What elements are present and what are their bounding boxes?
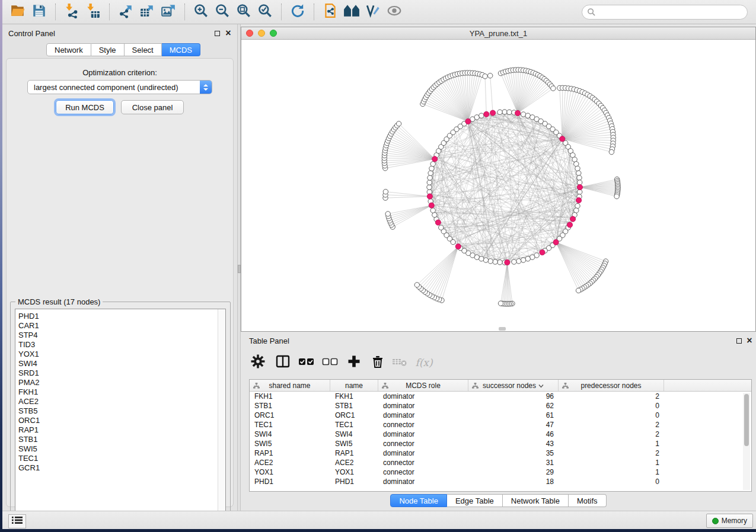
control-panel-tabs: Network Style Select MCDS bbox=[46, 43, 200, 56]
zoom-fit-button[interactable] bbox=[235, 3, 253, 21]
criterion-dropdown[interactable]: largest connected component (undirected) bbox=[27, 80, 212, 94]
tab-select[interactable]: Select bbox=[125, 43, 162, 56]
criterion-value: largest connected component (undirected) bbox=[28, 83, 200, 92]
table-cell: 47 bbox=[468, 420, 559, 430]
mcds-result-item[interactable]: ORC1 bbox=[15, 416, 218, 425]
search-input[interactable] bbox=[582, 5, 748, 20]
zoom-in-button[interactable] bbox=[192, 3, 210, 21]
network-canvas[interactable] bbox=[241, 40, 755, 331]
export-table-button[interactable] bbox=[138, 3, 156, 21]
mcds-result-item[interactable]: STB1 bbox=[15, 435, 218, 444]
mcds-result-item[interactable]: SWI5 bbox=[15, 444, 218, 454]
delete-table-button[interactable] bbox=[391, 354, 409, 371]
mcds-result-item[interactable]: PMA2 bbox=[15, 378, 218, 387]
table-cell: 43 bbox=[468, 439, 559, 448]
mcds-result-item[interactable]: SWI4 bbox=[15, 359, 218, 368]
task-history-button[interactable] bbox=[8, 514, 26, 528]
tab-style[interactable]: Style bbox=[91, 43, 125, 56]
tab-mcds[interactable]: MCDS bbox=[162, 43, 200, 56]
export-image-icon bbox=[161, 3, 176, 21]
close-panel-button-mcds[interactable]: Close panel bbox=[121, 100, 184, 114]
save-button[interactable] bbox=[30, 3, 48, 21]
table-cell: 2 bbox=[559, 430, 664, 439]
mcds-result-item[interactable]: CAR1 bbox=[15, 321, 218, 331]
table-row[interactable]: TEC1TEC1connector472 bbox=[250, 420, 751, 430]
import-table-button[interactable] bbox=[84, 3, 102, 21]
memory-button[interactable]: Memory bbox=[706, 514, 753, 528]
float-panel-button[interactable] bbox=[213, 30, 221, 37]
show-column-button[interactable] bbox=[274, 354, 292, 371]
table-cell: SWI4 bbox=[250, 430, 330, 439]
table-cell: dominator bbox=[378, 477, 468, 486]
hide-annotations-icon bbox=[365, 3, 381, 21]
table-panel-title: Table Panel bbox=[249, 336, 289, 345]
mcds-result-item[interactable]: STP4 bbox=[15, 331, 218, 340]
network-window: YPA_prune.txt_1 bbox=[241, 27, 756, 332]
network-file-button[interactable] bbox=[321, 3, 339, 21]
mcds-result-item[interactable]: STB5 bbox=[15, 406, 218, 416]
mcds-result-item[interactable]: TID3 bbox=[15, 340, 218, 350]
open-file-button[interactable] bbox=[9, 3, 27, 21]
table-cell: 2 bbox=[559, 392, 664, 401]
table-row[interactable]: FKH1FKH1dominator962 bbox=[250, 392, 751, 401]
table-row[interactable]: SWI5SWI5connector431 bbox=[250, 439, 751, 448]
network-titlebar[interactable]: YPA_prune.txt_1 bbox=[241, 27, 755, 40]
tab-network-table[interactable]: Network Table bbox=[503, 494, 569, 507]
network-hscrollbar-thumb[interactable] bbox=[499, 327, 506, 331]
mcds-result-item[interactable]: SRD1 bbox=[15, 368, 218, 378]
zoom-out-button[interactable] bbox=[213, 3, 231, 21]
close-table-panel-button[interactable]: × bbox=[746, 337, 753, 344]
mcds-result-title: MCDS result (17 nodes) bbox=[15, 297, 103, 306]
import-network-icon bbox=[64, 3, 79, 21]
table-scrollbar-thumb[interactable] bbox=[744, 394, 749, 446]
show-graphics-button[interactable] bbox=[385, 3, 403, 21]
import-network-button[interactable] bbox=[63, 3, 81, 21]
table-scrollbar[interactable] bbox=[743, 393, 750, 490]
tab-node-table[interactable]: Node Table bbox=[390, 494, 447, 507]
function-builder-button[interactable]: f(x) bbox=[415, 354, 433, 371]
mcds-list-scrollbar[interactable] bbox=[218, 309, 225, 516]
table-row[interactable]: YOX1YOX1connector291 bbox=[250, 467, 751, 477]
table-row[interactable]: SWI4SWI4dominator462 bbox=[250, 430, 751, 439]
table-row[interactable]: PHD1PHD1dominator180 bbox=[250, 477, 751, 486]
table-row[interactable]: RAP1RAP1dominator352 bbox=[250, 448, 751, 458]
table-cell: ORC1 bbox=[330, 411, 378, 420]
column-header-predecessor-nodes[interactable]: predecessor nodes bbox=[559, 380, 664, 391]
run-mcds-button[interactable]: Run MCDS bbox=[56, 100, 114, 114]
zoom-selected-button[interactable] bbox=[256, 3, 274, 21]
close-icon: × bbox=[747, 338, 752, 344]
column-header-successor-nodes[interactable]: successor nodes bbox=[468, 380, 559, 391]
search-field[interactable] bbox=[582, 5, 748, 20]
table-settings-button[interactable] bbox=[249, 354, 267, 371]
select-all-button[interactable] bbox=[298, 354, 315, 371]
add-column-button[interactable] bbox=[345, 354, 363, 371]
mcds-result-item[interactable]: FKH1 bbox=[15, 387, 218, 397]
mcds-result-item[interactable]: GCR1 bbox=[15, 463, 218, 473]
table-row[interactable]: ORC1ORC1dominator610 bbox=[250, 411, 751, 420]
hide-annotations-button[interactable] bbox=[364, 3, 382, 21]
tab-edge-table[interactable]: Edge Table bbox=[447, 494, 503, 507]
column-header-mcds-role[interactable]: MCDS role bbox=[378, 380, 468, 391]
mcds-result-item[interactable]: YOX1 bbox=[15, 350, 218, 359]
table-row[interactable]: ACE2ACE2connector311 bbox=[250, 458, 751, 467]
export-network-button[interactable] bbox=[117, 3, 135, 21]
mcds-result-item[interactable]: PHD1 bbox=[15, 312, 218, 321]
column-header-name[interactable]: name bbox=[330, 380, 378, 391]
mcds-result-item[interactable]: RAP1 bbox=[15, 425, 218, 435]
close-panel-button[interactable]: × bbox=[225, 30, 232, 37]
control-panel-title: Control Panel bbox=[8, 29, 55, 38]
float-table-panel-button[interactable] bbox=[735, 337, 742, 344]
export-image-button[interactable] bbox=[160, 3, 177, 21]
table-row[interactable]: STB1STB1dominator620 bbox=[250, 401, 751, 411]
column-header-shared-name[interactable]: shared name bbox=[250, 380, 330, 391]
refresh-button[interactable] bbox=[289, 3, 307, 21]
org-chart-icon bbox=[562, 383, 569, 391]
deselect-all-button[interactable] bbox=[321, 354, 339, 371]
table-cell: dominator bbox=[378, 401, 468, 411]
first-neighbors-button[interactable] bbox=[343, 3, 361, 21]
tab-motifs[interactable]: Motifs bbox=[569, 494, 607, 507]
tab-network[interactable]: Network bbox=[46, 43, 91, 56]
mcds-result-item[interactable]: TEC1 bbox=[15, 454, 218, 463]
delete-column-button[interactable] bbox=[369, 354, 387, 371]
mcds-result-item[interactable]: ACE2 bbox=[15, 397, 218, 406]
